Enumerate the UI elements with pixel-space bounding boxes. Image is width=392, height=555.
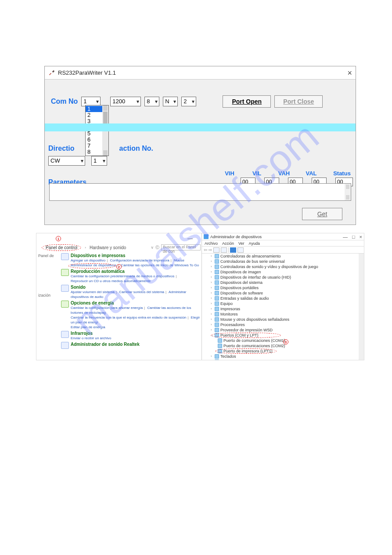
annotation-circle-1: 1	[56, 236, 61, 241]
breadcrumb-panel[interactable]: Panel de control	[46, 245, 77, 250]
menu-item[interactable]: Archivo	[205, 241, 218, 246]
category-link[interactable]: Ajustar volumen del sistema	[71, 290, 115, 294]
minimize-icon[interactable]: —	[343, 234, 348, 239]
parity-select[interactable]: N	[163, 97, 178, 106]
device-icon	[215, 359, 219, 360]
tree-node[interactable]: ›Monitores	[202, 312, 364, 317]
menu-bar[interactable]: Archivo Acción Ver Ayuda	[202, 240, 364, 247]
device-tree[interactable]: ›Controladoras de almacenamiento ›Contro…	[202, 254, 364, 360]
menu-item[interactable]: Ver	[238, 241, 245, 246]
tree-node[interactable]: ›Entradas y salidas de audio	[202, 296, 364, 301]
menu-item[interactable]: Ayuda	[249, 241, 260, 246]
device-icon	[215, 286, 219, 290]
category-link[interactable]: Mouse	[174, 258, 184, 262]
tree-node[interactable]: ›Controladoras de almacenamiento	[202, 254, 364, 259]
category-title[interactable]: Administrador de sonido Realtek	[71, 342, 202, 347]
device-icon	[215, 328, 219, 332]
databits-select[interactable]: 8	[144, 97, 159, 106]
category-infrared: Infrarrojos Enviar o recibir un archivo	[61, 331, 202, 341]
action-no-select[interactable]: 1	[91, 156, 107, 166]
rs232-dialog-window: RS232ParaWriter V1.1 × Com No 1 1200 8 N…	[44, 66, 356, 225]
device-manager-title: Administrador de dispositivos	[210, 235, 262, 239]
category-link[interactable]: Editar plan de energía	[71, 325, 105, 329]
separator-band	[45, 123, 356, 131]
device-manager-window: Administrador de dispositivos — □ × Arch…	[201, 233, 364, 360]
nav-back-icon[interactable]: ⇦	[204, 247, 207, 252]
direction-action-labels: Directio action No.	[48, 145, 153, 152]
stopbits-select[interactable]: 2	[181, 97, 196, 106]
tree-node[interactable]: ›Impresoras	[202, 306, 364, 312]
tree-node[interactable]: ›Dispositivos de interfaz de usuario (HI…	[202, 275, 364, 280]
tree-node[interactable]: ›Equipo	[202, 301, 364, 306]
breadcrumb-bar[interactable]: Panel de control › Hardware y sonido	[42, 244, 126, 251]
tree-node[interactable]: ›Dispositivos del sistema	[202, 280, 364, 285]
device-icon	[215, 323, 219, 327]
category-link[interactable]: Cambiar las opciones de inicio de Window…	[121, 263, 199, 267]
textarea-scrollbar[interactable]	[345, 184, 351, 200]
sidebar-izacion-label[interactable]: ización	[38, 293, 59, 297]
device-manager-titlebar[interactable]: Administrador de dispositivos — □ ×	[202, 233, 364, 240]
toolbar[interactable]: ⇦ ⇨	[202, 247, 364, 254]
tree-node[interactable]: ›Procesadores	[202, 322, 364, 327]
power-icon	[61, 301, 69, 308]
dialog-title-text: RS232ParaWriter V1.1	[58, 66, 116, 80]
category-title[interactable]: Infrarrojos	[71, 331, 202, 336]
tree-node[interactable]: ›Dispositivos de imagen	[202, 269, 364, 275]
close-icon[interactable]: ×	[347, 66, 352, 80]
sidebar-panel-label[interactable]: Panel de	[38, 254, 59, 258]
category-link[interactable]: Cambiar la configuración para ahorrar en…	[71, 306, 143, 310]
tree-scrollbar[interactable]	[359, 254, 364, 360]
category-title[interactable]: Reproducción automática	[71, 269, 202, 274]
breadcrumb-hw[interactable]: Hardware y sonido	[90, 245, 126, 250]
parameters-textarea[interactable]	[49, 183, 351, 201]
tree-node[interactable]: ›Mouse y otros dispositivos señaladores	[202, 317, 364, 322]
tree-node[interactable]: ›Proveedor de impresión WSD	[202, 327, 364, 333]
category-link[interactable]: Agregar un dispositivo	[71, 258, 105, 262]
port-close-button[interactable]: Port Close	[274, 95, 323, 108]
minimize-icon[interactable]: —	[187, 236, 193, 242]
close-icon[interactable]: ×	[360, 234, 362, 239]
col-vil: VIL	[249, 170, 264, 177]
tree-node[interactable]: ›Dispositivos de software	[202, 290, 364, 296]
device-icon	[215, 265, 219, 269]
tree-node-port[interactable]: Puerto de comunicaciones (COM2)	[202, 343, 364, 348]
toolbar-button[interactable]	[237, 247, 244, 253]
category-link[interactable]: Configuración avanzada de impresora	[110, 258, 169, 262]
category-title[interactable]: Opciones de energía	[71, 301, 202, 305]
toolbar-button[interactable]	[230, 247, 236, 253]
tree-node[interactable]: ›Unidades de disco	[202, 359, 364, 360]
annotation-oval-panel: Panel de control	[42, 244, 81, 251]
get-button[interactable]: Get	[302, 208, 342, 220]
category-title[interactable]: Sonido	[71, 285, 202, 290]
tree-node[interactable]: ›Controladoras de bus serie universal	[202, 259, 364, 264]
wrench-icon	[48, 69, 55, 76]
baud-select[interactable]: 1200	[110, 97, 141, 106]
category-link[interactable]: Cambiar la frecuencia con la que el equi…	[71, 316, 186, 319]
nav-fwd-icon[interactable]: ⇨	[209, 247, 212, 252]
menu-item[interactable]: Acción	[222, 241, 234, 246]
category-title[interactable]: Dispositivos e impresoras	[71, 253, 202, 258]
com-port-icon	[218, 338, 222, 343]
toolbar-button[interactable]	[221, 247, 227, 253]
device-icon	[215, 354, 219, 359]
toolbar-button[interactable]	[213, 247, 219, 253]
tree-node[interactable]: ›Teclados	[202, 354, 364, 359]
tree-node[interactable]: ›Dispositivos portátiles	[202, 285, 364, 290]
tree-node[interactable]: ›Controladoras de sonido y vídeo y dispo…	[202, 264, 364, 269]
infrared-icon	[61, 331, 69, 338]
category-link[interactable]: Enviar o recibir un archivo	[71, 336, 111, 340]
device-icon	[215, 275, 219, 279]
dialog-body: Com No 1 1200 8 N 2 Port Open Port Close…	[45, 80, 356, 225]
direction-select[interactable]: CW	[48, 156, 85, 166]
port-open-button[interactable]: Port Open	[223, 95, 271, 108]
device-icon	[215, 259, 219, 264]
search-input[interactable]: Buscar en el Panel de con	[161, 244, 201, 250]
category-link[interactable]: Reproducir un CD u otros medios automáti…	[71, 279, 151, 283]
maximize-icon[interactable]: □	[352, 234, 355, 239]
category-link[interactable]: Cambiar la configuración predeterminada …	[71, 274, 174, 278]
sound-icon	[61, 285, 69, 292]
category-link[interactable]: Cambiar sonidos del sistema	[119, 290, 164, 294]
device-icon	[215, 301, 219, 306]
dialog-titlebar[interactable]: RS232ParaWriter V1.1 ×	[45, 66, 356, 80]
device-icon	[215, 307, 219, 311]
